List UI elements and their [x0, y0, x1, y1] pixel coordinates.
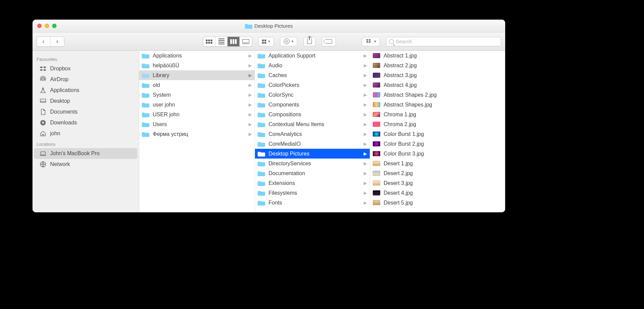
sidebar: Favourites Dropbox AirDrop Applications … — [33, 51, 139, 212]
folder-row[interactable]: CoreAnalytics▶ — [255, 129, 370, 139]
minimize-window-button[interactable] — [45, 24, 49, 28]
folder-row[interactable]: Desktop Pictures▶ — [255, 149, 370, 159]
folder-row[interactable]: ColorSync▶ — [255, 90, 370, 100]
file-row[interactable]: Abstract 2.jpg — [370, 61, 505, 70]
image-thumbnail — [373, 92, 380, 97]
folder-row[interactable]: Library▶ — [139, 70, 255, 80]
file-row[interactable]: Desert 1.jpg — [370, 159, 505, 168]
file-row[interactable]: Color Burst 3.jpg — [370, 149, 505, 159]
folder-row[interactable]: Fonts▶ — [255, 198, 370, 208]
chevron-right-icon: ▶ — [249, 63, 252, 68]
sidebar-item-dropbox[interactable]: Dropbox — [34, 63, 137, 74]
file-row[interactable]: Desert 3.jpg — [370, 178, 505, 188]
sidebar-item-label: Documents — [50, 109, 78, 115]
chevron-right-icon: ▶ — [364, 200, 367, 205]
folder-row[interactable]: CoreMediaIO▶ — [255, 139, 370, 149]
icon-view-button[interactable] — [203, 37, 215, 46]
chevron-right-icon: ▶ — [249, 122, 252, 127]
svg-rect-3 — [41, 152, 45, 155]
action-menu-button[interactable]: ▾ — [280, 37, 297, 46]
sidebar-item-network[interactable]: Network — [34, 159, 137, 170]
folder-row[interactable]: Extensions▶ — [255, 178, 370, 188]
file-row[interactable]: Abstract 3.jpg — [370, 70, 505, 80]
folder-row[interactable]: Ферма устриц▶ — [139, 129, 255, 139]
folder-icon — [258, 171, 265, 176]
folder-row[interactable]: System▶ — [139, 90, 255, 100]
folder-row[interactable]: helpäöüßÜ▶ — [139, 61, 255, 70]
folder-row[interactable]: Components▶ — [255, 100, 370, 110]
image-thumbnail — [373, 73, 380, 78]
item-label: Desert 4.jpg — [384, 190, 503, 196]
image-thumbnail — [373, 151, 380, 156]
item-label: Chroma 2.jpg — [384, 121, 503, 127]
sidebar-item-label: Desktop — [50, 98, 70, 104]
folder-row[interactable]: old▶ — [139, 80, 255, 90]
sidebar-item-desktop[interactable]: Desktop — [34, 96, 137, 106]
svg-rect-1 — [40, 99, 46, 102]
file-row[interactable]: Abstract 1.jpg — [370, 51, 505, 61]
folder-row[interactable]: Audio▶ — [255, 61, 370, 70]
sidebar-item-documents[interactable]: Documents — [34, 106, 137, 117]
column-1[interactable]: Applications▶helpäöüßÜ▶Library▶old▶Syste… — [139, 51, 255, 212]
dropbox-toolbar-button[interactable]: ▾ — [362, 37, 380, 46]
search-icon — [389, 39, 394, 44]
chevron-right-icon: ▶ — [364, 112, 367, 117]
sidebar-item-john-s-macbook-pro[interactable]: John's MacBook Pro — [34, 148, 137, 159]
file-row[interactable]: Chroma 2.jpg — [370, 119, 505, 129]
folder-row[interactable]: Compositions▶ — [255, 110, 370, 119]
file-row[interactable]: Abstract 4.jpg — [370, 80, 505, 90]
columns-icon — [230, 39, 237, 44]
search-field[interactable] — [386, 37, 501, 46]
file-row[interactable]: Color Burst 1.jpg — [370, 129, 505, 139]
file-row[interactable]: Desert 4.jpg — [370, 188, 505, 198]
folder-row[interactable]: USER john▶ — [139, 110, 255, 119]
file-row[interactable]: Desert 2.jpg — [370, 168, 505, 178]
folder-icon — [258, 190, 265, 196]
item-label: Color Burst 2.jpg — [384, 141, 503, 147]
search-input[interactable] — [396, 39, 498, 44]
image-thumbnail — [373, 181, 380, 186]
window-title: Desktop Pictures — [245, 23, 293, 29]
body: Favourites Dropbox AirDrop Applications … — [33, 51, 505, 212]
dropbox-icon — [39, 65, 47, 72]
item-label: Users — [153, 121, 245, 127]
file-row[interactable]: Abstract Shapes 2.jpg — [370, 90, 505, 100]
folder-row[interactable]: DirectoryServices▶ — [255, 159, 370, 168]
column-3[interactable]: Abstract 1.jpgAbstract 2.jpgAbstract 3.j… — [370, 51, 505, 212]
item-label: user john — [153, 102, 245, 108]
folder-row[interactable]: user john▶ — [139, 100, 255, 110]
sidebar-item-airdrop[interactable]: AirDrop — [34, 74, 137, 85]
gallery-view-button[interactable] — [240, 37, 252, 46]
share-button[interactable] — [303, 37, 316, 46]
item-label: Chroma 1.jpg — [384, 112, 503, 118]
file-row[interactable]: Chroma 1.jpg — [370, 110, 505, 119]
folder-icon — [142, 102, 149, 108]
file-row[interactable]: Color Burst 2.jpg — [370, 139, 505, 149]
folder-icon — [258, 161, 265, 166]
list-view-button[interactable] — [215, 37, 228, 46]
tags-button[interactable] — [322, 37, 336, 46]
folder-row[interactable]: Filesystems▶ — [255, 188, 370, 198]
sidebar-item-applications[interactable]: Applications — [34, 85, 137, 96]
column-view-button[interactable] — [228, 37, 240, 46]
folder-row[interactable]: Contextual Menu Items▶ — [255, 119, 370, 129]
folder-row[interactable]: Documentation▶ — [255, 168, 370, 178]
zoom-window-button[interactable] — [52, 24, 57, 28]
folder-row[interactable]: Application Support▶ — [255, 51, 370, 61]
back-button[interactable]: ‹ — [37, 37, 50, 46]
forward-button[interactable]: › — [50, 37, 64, 46]
folder-icon — [142, 63, 149, 68]
close-window-button[interactable] — [37, 24, 42, 28]
column-2[interactable]: Application Support▶Audio▶Caches▶ColorPi… — [255, 51, 370, 212]
chevron-right-icon: ▶ — [364, 102, 367, 107]
group-by-button[interactable]: ▾ — [258, 37, 274, 46]
folder-row[interactable]: Users▶ — [139, 119, 255, 129]
sidebar-item-downloads[interactable]: Downloads — [34, 117, 137, 128]
file-row[interactable]: Abstract Shapes.jpg — [370, 100, 505, 110]
folder-row[interactable]: Applications▶ — [139, 51, 255, 61]
chevron-right-icon: ▶ — [364, 73, 367, 78]
sidebar-item-john[interactable]: john — [34, 128, 137, 139]
folder-row[interactable]: Caches▶ — [255, 70, 370, 80]
file-row[interactable]: Desert 5.jpg — [370, 198, 505, 208]
folder-row[interactable]: ColorPickers▶ — [255, 80, 370, 90]
